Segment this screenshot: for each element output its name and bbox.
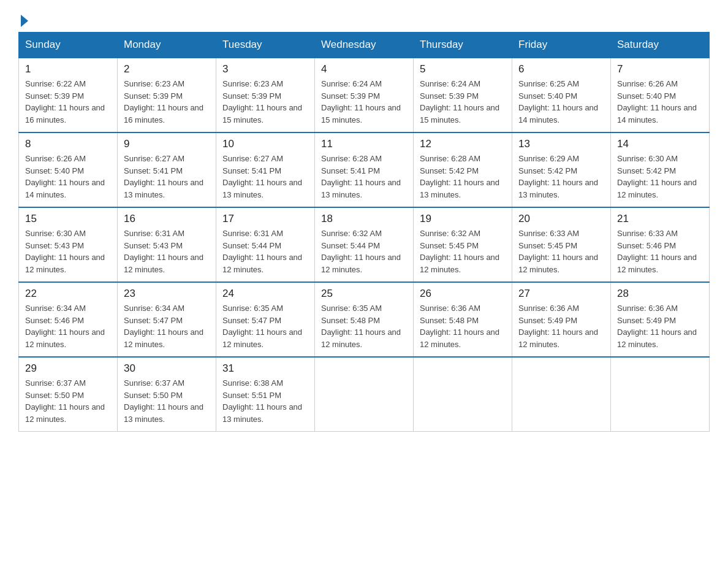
day-number: 24 — [222, 288, 308, 300]
day-number: 2 — [124, 63, 210, 75]
day-number: 17 — [222, 213, 308, 225]
day-of-week-header: Wednesday — [315, 33, 414, 58]
day-info: Sunrise: 6:36 AMSunset: 5:49 PMDaylight:… — [617, 302, 703, 350]
calendar-day-cell: 13Sunrise: 6:29 AMSunset: 5:42 PMDayligh… — [512, 132, 611, 207]
day-info: Sunrise: 6:34 AMSunset: 5:47 PMDaylight:… — [124, 302, 210, 350]
day-info: Sunrise: 6:31 AMSunset: 5:44 PMDaylight:… — [222, 228, 308, 275]
day-info: Sunrise: 6:36 AMSunset: 5:49 PMDaylight:… — [518, 302, 604, 350]
day-info: Sunrise: 6:37 AMSunset: 5:50 PMDaylight:… — [124, 377, 210, 425]
day-of-week-header: Tuesday — [216, 33, 315, 58]
day-of-week-header: Sunday — [19, 33, 118, 58]
logo — [18, 12, 28, 26]
day-number: 26 — [420, 288, 506, 300]
calendar-day-cell — [611, 357, 710, 432]
day-number: 5 — [420, 63, 506, 75]
day-info: Sunrise: 6:29 AMSunset: 5:42 PMDaylight:… — [518, 153, 604, 201]
calendar-day-cell: 19Sunrise: 6:32 AMSunset: 5:45 PMDayligh… — [414, 207, 512, 282]
calendar-day-cell: 21Sunrise: 6:33 AMSunset: 5:46 PMDayligh… — [611, 207, 710, 282]
calendar-day-cell: 17Sunrise: 6:31 AMSunset: 5:44 PMDayligh… — [216, 207, 315, 282]
day-number: 6 — [518, 63, 604, 75]
day-info: Sunrise: 6:35 AMSunset: 5:48 PMDaylight:… — [321, 302, 407, 350]
day-number: 10 — [222, 138, 308, 150]
day-info: Sunrise: 6:28 AMSunset: 5:42 PMDaylight:… — [420, 153, 506, 201]
calendar-day-cell: 28Sunrise: 6:36 AMSunset: 5:49 PMDayligh… — [611, 282, 710, 357]
day-number: 7 — [617, 63, 703, 75]
day-of-week-header: Friday — [512, 33, 611, 58]
day-number: 1 — [25, 63, 111, 75]
calendar-day-cell: 1Sunrise: 6:22 AMSunset: 5:39 PMDaylight… — [19, 58, 118, 132]
day-info: Sunrise: 6:23 AMSunset: 5:39 PMDaylight:… — [124, 78, 210, 126]
calendar-day-cell: 20Sunrise: 6:33 AMSunset: 5:45 PMDayligh… — [512, 207, 611, 282]
calendar-day-cell: 5Sunrise: 6:24 AMSunset: 5:39 PMDaylight… — [414, 58, 512, 132]
day-number: 4 — [321, 63, 407, 75]
calendar-day-cell: 24Sunrise: 6:35 AMSunset: 5:47 PMDayligh… — [216, 282, 315, 357]
day-info: Sunrise: 6:33 AMSunset: 5:45 PMDaylight:… — [518, 228, 604, 275]
day-info: Sunrise: 6:26 AMSunset: 5:40 PMDaylight:… — [617, 78, 703, 126]
day-number: 14 — [617, 138, 703, 150]
day-number: 21 — [617, 213, 703, 225]
calendar-day-cell: 30Sunrise: 6:37 AMSunset: 5:50 PMDayligh… — [118, 357, 216, 432]
day-info: Sunrise: 6:32 AMSunset: 5:44 PMDaylight:… — [321, 228, 407, 275]
calendar-week-row: 29Sunrise: 6:37 AMSunset: 5:50 PMDayligh… — [19, 357, 710, 432]
day-info: Sunrise: 6:31 AMSunset: 5:43 PMDaylight:… — [124, 228, 210, 275]
calendar-day-cell: 14Sunrise: 6:30 AMSunset: 5:42 PMDayligh… — [611, 132, 710, 207]
calendar-week-row: 22Sunrise: 6:34 AMSunset: 5:46 PMDayligh… — [19, 282, 710, 357]
day-info: Sunrise: 6:36 AMSunset: 5:48 PMDaylight:… — [420, 302, 506, 350]
calendar-day-cell: 9Sunrise: 6:27 AMSunset: 5:41 PMDaylight… — [118, 132, 216, 207]
calendar-day-cell — [315, 357, 414, 432]
calendar-day-cell: 22Sunrise: 6:34 AMSunset: 5:46 PMDayligh… — [19, 282, 118, 357]
calendar-day-cell: 27Sunrise: 6:36 AMSunset: 5:49 PMDayligh… — [512, 282, 611, 357]
day-info: Sunrise: 6:24 AMSunset: 5:39 PMDaylight:… — [321, 78, 407, 126]
day-number: 19 — [420, 213, 506, 225]
day-info: Sunrise: 6:33 AMSunset: 5:46 PMDaylight:… — [617, 228, 703, 275]
day-number: 13 — [518, 138, 604, 150]
calendar-day-cell: 10Sunrise: 6:27 AMSunset: 5:41 PMDayligh… — [216, 132, 315, 207]
calendar-day-cell: 25Sunrise: 6:35 AMSunset: 5:48 PMDayligh… — [315, 282, 414, 357]
calendar-day-cell: 29Sunrise: 6:37 AMSunset: 5:50 PMDayligh… — [19, 357, 118, 432]
day-info: Sunrise: 6:22 AMSunset: 5:39 PMDaylight:… — [25, 78, 111, 126]
calendar-day-cell: 6Sunrise: 6:25 AMSunset: 5:40 PMDaylight… — [512, 58, 611, 132]
calendar-week-row: 1Sunrise: 6:22 AMSunset: 5:39 PMDaylight… — [19, 58, 710, 132]
calendar-day-cell: 3Sunrise: 6:23 AMSunset: 5:39 PMDaylight… — [216, 58, 315, 132]
day-info: Sunrise: 6:28 AMSunset: 5:41 PMDaylight:… — [321, 153, 407, 201]
calendar-day-cell: 12Sunrise: 6:28 AMSunset: 5:42 PMDayligh… — [414, 132, 512, 207]
day-number: 30 — [124, 362, 210, 375]
day-info: Sunrise: 6:23 AMSunset: 5:39 PMDaylight:… — [222, 78, 308, 126]
day-number: 22 — [25, 288, 111, 300]
day-info: Sunrise: 6:38 AMSunset: 5:51 PMDaylight:… — [222, 377, 308, 425]
calendar-day-cell: 31Sunrise: 6:38 AMSunset: 5:51 PMDayligh… — [216, 357, 315, 432]
day-number: 3 — [222, 63, 308, 75]
day-info: Sunrise: 6:27 AMSunset: 5:41 PMDaylight:… — [222, 153, 308, 201]
calendar-day-cell: 2Sunrise: 6:23 AMSunset: 5:39 PMDaylight… — [118, 58, 216, 132]
day-info: Sunrise: 6:26 AMSunset: 5:40 PMDaylight:… — [25, 153, 111, 201]
day-number: 28 — [617, 288, 703, 300]
day-info: Sunrise: 6:27 AMSunset: 5:41 PMDaylight:… — [124, 153, 210, 201]
day-number: 31 — [222, 362, 308, 375]
calendar-day-cell: 7Sunrise: 6:26 AMSunset: 5:40 PMDaylight… — [611, 58, 710, 132]
day-info: Sunrise: 6:37 AMSunset: 5:50 PMDaylight:… — [25, 377, 111, 425]
calendar-day-cell: 15Sunrise: 6:30 AMSunset: 5:43 PMDayligh… — [19, 207, 118, 282]
calendar-day-cell: 23Sunrise: 6:34 AMSunset: 5:47 PMDayligh… — [118, 282, 216, 357]
calendar-day-cell: 4Sunrise: 6:24 AMSunset: 5:39 PMDaylight… — [315, 58, 414, 132]
calendar-week-row: 15Sunrise: 6:30 AMSunset: 5:43 PMDayligh… — [19, 207, 710, 282]
calendar-day-cell: 8Sunrise: 6:26 AMSunset: 5:40 PMDaylight… — [19, 132, 118, 207]
day-number: 20 — [518, 213, 604, 225]
day-number: 25 — [321, 288, 407, 300]
day-of-week-header: Saturday — [611, 33, 710, 58]
day-number: 11 — [321, 138, 407, 150]
day-info: Sunrise: 6:24 AMSunset: 5:39 PMDaylight:… — [420, 78, 506, 126]
calendar-day-cell: 18Sunrise: 6:32 AMSunset: 5:44 PMDayligh… — [315, 207, 414, 282]
day-number: 29 — [25, 362, 111, 375]
calendar-day-cell: 11Sunrise: 6:28 AMSunset: 5:41 PMDayligh… — [315, 132, 414, 207]
day-info: Sunrise: 6:30 AMSunset: 5:42 PMDaylight:… — [617, 153, 703, 201]
day-number: 15 — [25, 213, 111, 225]
day-number: 12 — [420, 138, 506, 150]
calendar-day-cell — [512, 357, 611, 432]
day-of-week-header: Monday — [118, 33, 216, 58]
day-number: 23 — [124, 288, 210, 300]
calendar-table: SundayMondayTuesdayWednesdayThursdayFrid… — [18, 32, 710, 432]
day-info: Sunrise: 6:32 AMSunset: 5:45 PMDaylight:… — [420, 228, 506, 275]
day-info: Sunrise: 6:34 AMSunset: 5:46 PMDaylight:… — [25, 302, 111, 350]
day-number: 9 — [124, 138, 210, 150]
day-number: 16 — [124, 213, 210, 225]
